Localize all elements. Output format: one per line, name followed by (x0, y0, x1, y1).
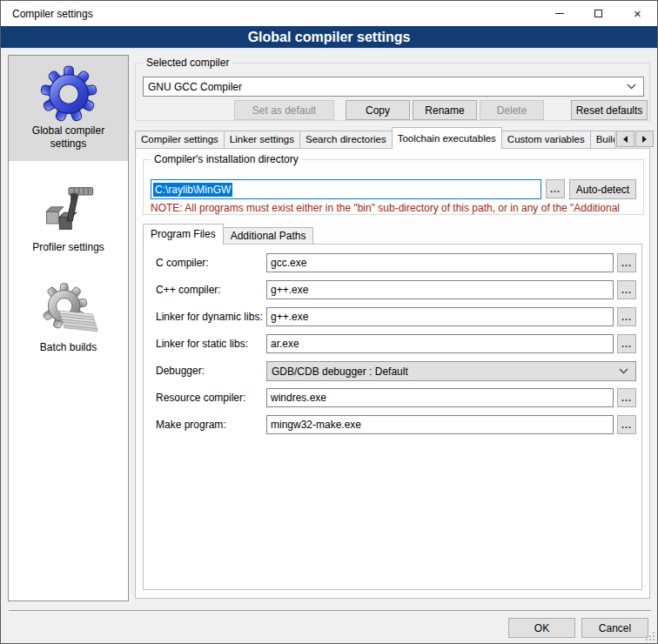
chevron-down-icon (627, 84, 643, 90)
delete-button[interactable]: Delete (480, 100, 544, 120)
compiler-select-value: GNU GCC Compiler (148, 81, 242, 93)
cpp-compiler-input[interactable] (266, 280, 614, 299)
settings-category-list: Global compiler settings P (8, 55, 129, 601)
minimize-icon (555, 13, 564, 14)
button-label: Rename (425, 104, 464, 117)
copy-button[interactable]: Copy (346, 100, 410, 120)
linker-dynamic-label: Linker for dynamic libs: (156, 307, 263, 326)
auto-detect-button[interactable]: Auto-detect (569, 179, 636, 199)
tab-additional-paths[interactable]: Additional Paths (224, 227, 314, 245)
arrow-right-icon (642, 136, 647, 143)
bin-subdirectory-note: NOTE: All programs must exist either in … (151, 202, 643, 214)
ellipsis-label: ... (621, 419, 632, 430)
linker-static-input[interactable] (266, 334, 614, 353)
program-files-tabstrip: Program Files Additional Paths (143, 223, 313, 245)
button-label: Auto-detect (576, 184, 629, 196)
c-compiler-label: C compiler: (156, 253, 209, 272)
ellipsis-label: ... (621, 339, 632, 349)
chevron-down-icon (619, 368, 635, 374)
compiler-settings-dialog: Compiler settings × Global compiler sett… (0, 0, 658, 644)
tab-compiler-settings[interactable]: Compiler settings (135, 131, 225, 149)
button-label: Reset defaults (576, 104, 643, 117)
arrow-left-icon (623, 136, 628, 143)
ellipsis-label: ... (621, 285, 632, 295)
cpp-compiler-label: C++ compiler: (156, 280, 221, 299)
toolchain-executables-page: Compiler's installation directory C:\ray… (135, 148, 650, 599)
tab-linker-settings[interactable]: Linker settings (225, 131, 300, 149)
linker-static-label: Linker for static libs: (156, 334, 248, 353)
resource-compiler-label: Resource compiler: (156, 388, 245, 407)
tab-custom-variables[interactable]: Custom variables (502, 131, 591, 149)
caption-buttons: × (540, 1, 657, 26)
resource-compiler-input[interactable] (266, 388, 614, 407)
close-icon: × (634, 7, 641, 20)
debugger-select[interactable]: GDB/CDB debugger : Default (266, 361, 636, 381)
settings-tabstrip: Compiler settings Linker settings Search… (135, 127, 615, 149)
tab-program-files[interactable]: Program Files (143, 224, 224, 245)
c-compiler-input[interactable] (266, 253, 614, 272)
browse-directory-button[interactable]: ... (546, 179, 565, 198)
maximize-button[interactable] (579, 1, 618, 26)
ok-button[interactable]: OK (508, 618, 575, 638)
linker-static-browse-button[interactable]: ... (617, 334, 636, 353)
sidebar-item-label: Batch builds (9, 339, 128, 361)
make-program-input[interactable] (266, 415, 614, 434)
ellipsis-label: ... (621, 312, 632, 322)
compiler-select[interactable]: GNU GCC Compiler (143, 77, 644, 97)
make-program-label: Make program: (156, 415, 226, 434)
blue-gear-icon (9, 56, 128, 123)
caliper-icon (9, 172, 128, 239)
sidebar-item-label: Profiler settings (9, 239, 128, 261)
rename-button[interactable]: Rename (413, 100, 477, 120)
installation-directory-group: Compiler's installation directory C:\ray… (143, 159, 644, 215)
installation-directory-input[interactable]: C:\raylib\MinGW (151, 179, 541, 199)
reset-defaults-button[interactable]: Reset defaults (571, 100, 648, 120)
sidebar-item-label: Global compiler settings (9, 123, 128, 158)
tab-search-directories[interactable]: Search directories (300, 131, 393, 149)
close-button[interactable]: × (618, 1, 657, 26)
program-files-page: C compiler: ... C++ compiler: ... Linker… (143, 244, 642, 590)
cancel-button[interactable]: Cancel (581, 618, 648, 638)
sidebar-item-batch-builds[interactable]: Batch builds (9, 261, 128, 361)
cpp-compiler-browse-button[interactable]: ... (617, 280, 636, 299)
footer-divider (9, 610, 651, 611)
tab-scroll-buttons (616, 131, 654, 147)
selected-text: C:\raylib\MinGW (153, 183, 232, 197)
linker-dynamic-browse-button[interactable]: ... (617, 307, 636, 326)
ellipsis-label: ... (550, 184, 561, 194)
set-as-default-button[interactable]: Set as default (234, 100, 334, 120)
page-title: Global compiler settings (1, 26, 657, 50)
tab-scroll-left-button[interactable] (616, 131, 634, 147)
sidebar-item-profiler-settings[interactable]: Profiler settings (9, 161, 128, 261)
debugger-label: Debugger: (156, 361, 205, 380)
maximize-icon (594, 10, 602, 17)
group-label: Compiler's installation directory (151, 153, 302, 165)
sidebar-item-global-compiler-settings[interactable]: Global compiler settings (9, 56, 128, 161)
button-label: OK (534, 622, 549, 634)
window-title: Compiler settings (1, 8, 93, 20)
c-compiler-browse-button[interactable]: ... (617, 253, 636, 272)
gray-gear-stack-icon (9, 272, 128, 339)
button-label: Set as default (252, 104, 316, 117)
minimize-button[interactable] (540, 1, 579, 26)
button-label: Delete (497, 104, 527, 117)
make-program-browse-button[interactable]: ... (617, 415, 636, 434)
button-label: Cancel (599, 622, 631, 634)
tab-toolchain-executables[interactable]: Toolchain executables (392, 127, 502, 149)
tab-build-options[interactable]: Build (591, 131, 615, 149)
resource-compiler-browse-button[interactable]: ... (617, 388, 636, 407)
ellipsis-label: ... (621, 392, 632, 403)
linker-dynamic-input[interactable] (266, 307, 614, 326)
button-label: Copy (366, 104, 390, 117)
title-bar: Compiler settings × (1, 1, 657, 26)
ellipsis-label: ... (621, 258, 632, 268)
group-label: Selected compiler (143, 57, 232, 69)
tab-scroll-right-button[interactable] (635, 131, 654, 147)
resize-grip[interactable] (646, 632, 655, 641)
selected-compiler-group: Selected compiler GNU GCC Compiler Set a… (135, 63, 650, 121)
debugger-select-value: GDB/CDB debugger : Default (272, 366, 408, 378)
